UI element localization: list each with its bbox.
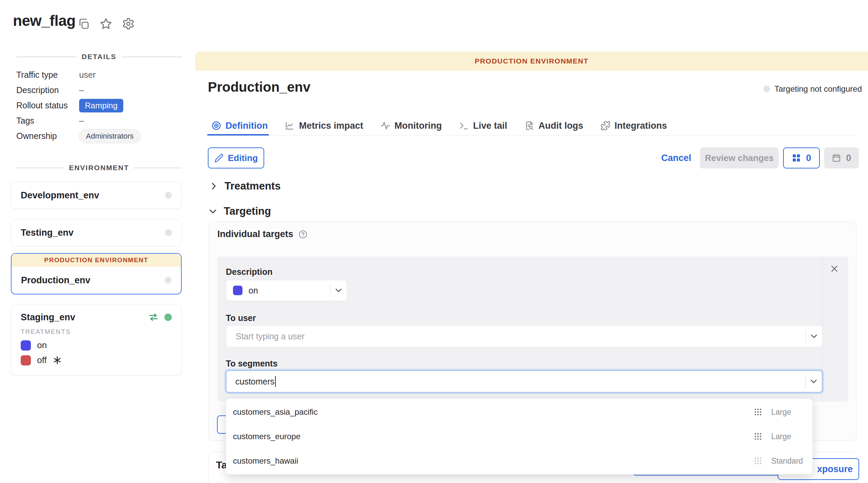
tab-label: Definition xyxy=(225,121,268,131)
detail-value: user xyxy=(79,70,96,80)
targeting-section-title: Targeting xyxy=(224,205,271,217)
status-dot-active xyxy=(164,314,172,321)
detail-label: Traffic type xyxy=(16,70,79,80)
environment-section-title: ENVIRONMENT xyxy=(69,164,129,172)
environment-section-header: ENVIRONMENT xyxy=(16,164,182,172)
star-icon[interactable] xyxy=(99,17,113,31)
to-user-input[interactable]: Start typing a user xyxy=(226,325,822,347)
to-segments-value: customers xyxy=(235,377,274,387)
detail-label: Tags xyxy=(16,116,79,126)
page-title: Production_env xyxy=(208,79,310,95)
details-rows: Traffic type user Description – Rollout … xyxy=(16,67,182,144)
treatments-section-toggle[interactable]: Treatments xyxy=(209,177,281,195)
treatment-off-row: off xyxy=(21,355,172,365)
chevron-down-icon xyxy=(806,376,822,387)
changes-count: 0 xyxy=(806,153,811,163)
tab-integrations[interactable]: Integrations xyxy=(600,121,667,131)
segment-option-europe[interactable]: customers_europe Large xyxy=(226,424,812,449)
treatment-off-swatch xyxy=(21,355,31,365)
targeting-status: Targeting not configured xyxy=(763,84,862,94)
chevron-down-icon xyxy=(208,207,218,216)
close-icon[interactable] xyxy=(829,264,839,274)
status-dot xyxy=(165,229,172,236)
description-field-label: Description xyxy=(226,267,273,277)
targeting-section-toggle[interactable]: Targeting xyxy=(208,202,271,220)
changes-count-button[interactable]: 0 xyxy=(783,147,820,168)
detail-label: Description xyxy=(16,85,79,95)
editing-button[interactable]: Editing xyxy=(208,147,264,168)
flag-header-actions xyxy=(77,17,135,31)
divider xyxy=(16,168,64,168)
cancel-button[interactable]: Cancel xyxy=(661,147,691,168)
calendar-icon xyxy=(832,153,841,163)
segment-name: customers_asia_pacific xyxy=(233,407,318,417)
targeting-status-text: Targeting not configured xyxy=(774,84,862,94)
editing-button-label: Editing xyxy=(228,153,258,163)
schedule-count-button[interactable]: 0 xyxy=(824,147,859,168)
detail-row-ownership: Ownership Administrators xyxy=(16,128,182,144)
to-user-field-label: To user xyxy=(226,313,256,323)
env-card-development[interactable]: Development_env xyxy=(11,182,182,209)
treatments-subheader: TREATMENTS xyxy=(21,328,172,336)
treatment-on-row: on xyxy=(21,340,172,351)
pencil-icon xyxy=(214,154,223,163)
segment-size: Standard xyxy=(771,457,805,466)
exposure-button-label: xposure xyxy=(817,464,853,475)
env-card-testing[interactable]: Testing_env xyxy=(11,219,182,246)
env-name: Production_env xyxy=(21,275,90,286)
env-name: Testing_env xyxy=(21,228,74,238)
status-dot xyxy=(165,277,171,284)
dots-grid-icon xyxy=(754,457,762,465)
status-dot xyxy=(763,86,770,92)
flag-name-title: new_flag xyxy=(13,12,75,29)
segment-name: customers_europe xyxy=(233,432,301,441)
app-root: new_flag DETAILS Traffic type user Descr… xyxy=(0,0,868,483)
to-segments-field-label: To segments xyxy=(226,359,277,369)
tab-bar-divider xyxy=(208,135,856,136)
detail-label: Rollout status xyxy=(16,101,79,110)
segment-option-hawaii[interactable]: customers_hawaii Standard xyxy=(226,449,812,473)
ownership-pill[interactable]: Administrators xyxy=(79,129,141,143)
review-changes-button[interactable]: Review changes xyxy=(700,147,779,168)
divider xyxy=(16,57,77,57)
individual-targets-title: Individual targets xyxy=(217,229,293,239)
production-environment-banner-main: PRODUCTION ENVIRONMENT xyxy=(195,52,868,71)
detail-value: – xyxy=(79,85,84,95)
tab-audit-logs[interactable]: Audit logs xyxy=(524,121,583,131)
sync-icon xyxy=(148,312,159,323)
env-name: Development_env xyxy=(21,190,99,201)
active-tab-underline xyxy=(207,134,269,136)
treatment-on-swatch xyxy=(21,340,31,351)
divider xyxy=(134,168,182,168)
segment-name: customers_hawaii xyxy=(233,456,298,466)
production-environment-banner: PRODUCTION ENVIRONMENT xyxy=(12,254,181,267)
asterisk-icon xyxy=(53,356,62,365)
treatment-label: off xyxy=(37,355,47,365)
tab-label: Metrics impact xyxy=(299,121,363,131)
detail-label: Ownership xyxy=(16,131,79,141)
treatment-select-value: on xyxy=(249,286,258,296)
tab-live-tail[interactable]: Live tail xyxy=(459,121,507,131)
tab-label: Live tail xyxy=(473,121,507,131)
tab-metrics-impact[interactable]: Metrics impact xyxy=(285,121,363,131)
copy-icon[interactable] xyxy=(77,17,90,31)
grid-count-icon xyxy=(792,153,801,163)
tab-definition[interactable]: Definition xyxy=(211,121,268,131)
details-section-header: DETAILS xyxy=(16,53,182,61)
chevron-right-icon xyxy=(209,181,218,191)
env-card-staging[interactable]: Staging_env TREATMENTS on off xyxy=(11,304,182,375)
env-card-production[interactable]: PRODUCTION ENVIRONMENT Production_env xyxy=(11,253,182,294)
segment-option-asia-pacific[interactable]: customers_asia_pacific Large xyxy=(226,400,812,424)
treatment-select[interactable]: on xyxy=(226,280,347,301)
help-icon[interactable] xyxy=(298,230,308,239)
treatment-label: on xyxy=(37,340,47,351)
chevron-down-icon xyxy=(330,285,347,296)
segments-dropdown: customers_asia_pacific Large customers_e… xyxy=(226,398,813,475)
to-segments-input[interactable]: customers xyxy=(226,370,822,393)
gear-icon[interactable] xyxy=(122,17,135,31)
tab-monitoring[interactable]: Monitoring xyxy=(380,121,442,131)
detail-row-rollout-status: Rollout status Ramping xyxy=(16,98,182,113)
dots-grid-icon xyxy=(754,432,762,441)
dots-grid-icon xyxy=(754,408,762,416)
detail-value: – xyxy=(79,116,84,126)
